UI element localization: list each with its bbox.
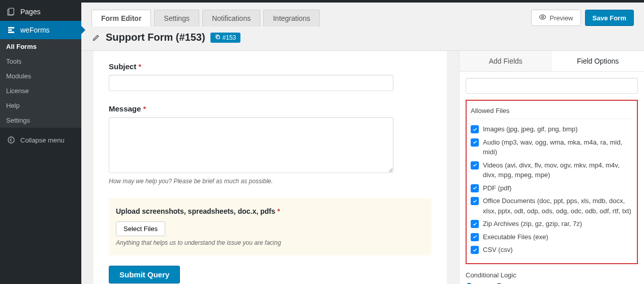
allowed-file-label: Executable Files (exe) bbox=[483, 232, 548, 242]
editor-tabs: Form EditorSettingsNotificationsIntegrat… bbox=[81, 3, 644, 26]
preview-button[interactable]: Preview bbox=[531, 10, 580, 26]
svg-rect-3 bbox=[217, 36, 220, 39]
allowed-file-row: Office Documents (doc, ppt, pps, xls, md… bbox=[471, 196, 633, 216]
preview-label: Preview bbox=[549, 14, 573, 22]
allowed-file-row: Videos (avi, divx, flv, mov, ogv, mkv, m… bbox=[471, 160, 633, 180]
allowed-file-label: PDF (pdf) bbox=[483, 183, 511, 193]
field-label: Subject * bbox=[109, 62, 432, 71]
svg-point-2 bbox=[542, 16, 544, 18]
checkbox[interactable] bbox=[471, 220, 479, 228]
checkbox[interactable] bbox=[471, 197, 479, 205]
submenu-item[interactable]: Modules bbox=[0, 69, 81, 83]
allowed-file-label: Office Documents (doc, ppt, pps, xls, md… bbox=[483, 196, 633, 216]
id-badge-text: #153 bbox=[223, 34, 236, 41]
pencil-icon[interactable] bbox=[91, 33, 101, 42]
submenu-item[interactable]: Help bbox=[0, 98, 81, 113]
tab-field-options[interactable]: Field Options bbox=[552, 51, 645, 71]
pages-icon bbox=[6, 7, 16, 17]
save-label: Save Form bbox=[593, 14, 626, 22]
page-title: Support Form (#153) bbox=[106, 32, 205, 43]
option-search-input[interactable] bbox=[466, 78, 638, 94]
collapse-menu-button[interactable]: Collapse menu bbox=[0, 131, 81, 149]
checkbox[interactable] bbox=[471, 233, 479, 241]
field-help: How may we help you? Please be brief as … bbox=[109, 178, 432, 185]
message-textarea[interactable] bbox=[109, 117, 393, 173]
allowed-file-label: Zip Archives (zip, gz, gzip, rar, 7z) bbox=[483, 219, 582, 229]
checkbox[interactable] bbox=[471, 161, 479, 169]
allowed-file-row: CSV (csv) bbox=[471, 245, 633, 255]
form-canvas: Subject * Message * How may we help you?… bbox=[81, 50, 459, 284]
editor-tab[interactable]: Integrations bbox=[263, 10, 320, 26]
editor-tab[interactable]: Form Editor bbox=[91, 10, 151, 26]
field-help: Anything that helps us to understand the… bbox=[116, 239, 424, 246]
editor-tab[interactable]: Settings bbox=[154, 10, 199, 26]
sidebar-item-weforms[interactable]: weForms bbox=[0, 21, 81, 39]
checkbox[interactable] bbox=[471, 125, 479, 133]
allowed-file-row: Audio (mp3, wav, ogg, wma, mka, m4a, ra,… bbox=[471, 137, 633, 157]
submenu-item[interactable]: All Forms bbox=[0, 39, 81, 54]
eye-icon bbox=[539, 13, 546, 22]
allowed-file-label: Videos (avi, divx, flv, mov, ogv, mkv, m… bbox=[483, 160, 633, 180]
checkbox[interactable] bbox=[471, 246, 479, 254]
select-files-button[interactable]: Select Files bbox=[116, 221, 165, 236]
sidebar-item-label: Pages bbox=[20, 8, 41, 16]
section-title: Allowed Files bbox=[471, 104, 633, 119]
sidebar-item-label: weForms bbox=[20, 26, 50, 34]
allowed-file-label: Audio (mp3, wav, ogg, wma, mka, m4a, ra,… bbox=[483, 137, 633, 157]
copy-icon bbox=[215, 34, 221, 41]
field-label: Message * bbox=[109, 104, 432, 113]
allowed-file-row: Images (jpg, jpeg, gif, png, bmp) bbox=[471, 124, 633, 134]
allowed-file-row: Zip Archives (zip, gz, gzip, rar, 7z) bbox=[471, 219, 633, 229]
svg-point-1 bbox=[8, 137, 14, 143]
checkbox[interactable] bbox=[471, 138, 479, 147]
checkbox[interactable] bbox=[471, 184, 479, 192]
weforms-icon bbox=[6, 25, 16, 35]
section-title: Conditional Logic bbox=[466, 271, 638, 279]
allowed-file-row: PDF (pdf) bbox=[471, 183, 633, 193]
collapse-icon bbox=[6, 135, 16, 145]
admin-sidebar: Pages weForms All FormsToolsModulesLicen… bbox=[0, 3, 81, 284]
submenu-item[interactable]: Tools bbox=[0, 54, 81, 69]
submit-button[interactable]: Submit Query bbox=[109, 266, 180, 283]
field-label: Upload screenshots, spreadsheets, doc.x,… bbox=[116, 207, 424, 215]
save-form-button[interactable]: Save Form bbox=[585, 10, 634, 26]
submenu-item[interactable]: License bbox=[0, 83, 81, 98]
allowed-file-label: Images (jpg, jpeg, gif, png, bmp) bbox=[483, 124, 577, 134]
subject-field[interactable]: Subject * bbox=[109, 62, 432, 91]
collapse-menu-label: Collapse menu bbox=[20, 136, 65, 144]
allowed-files-section: Allowed Files Images (jpg, jpeg, gif, pn… bbox=[466, 100, 638, 264]
submenu-item[interactable]: Settings bbox=[0, 113, 81, 128]
subject-input[interactable] bbox=[109, 75, 393, 91]
tab-add-fields[interactable]: Add Fields bbox=[459, 51, 552, 71]
message-field[interactable]: Message * How may we help you? Please be… bbox=[109, 104, 432, 185]
right-panel: Add Fields Field Options Allowed Files I… bbox=[459, 50, 644, 284]
form-title-row: Support Form (#153) #153 bbox=[81, 26, 644, 50]
sidebar-item-pages[interactable]: Pages bbox=[0, 3, 81, 21]
form-id-badge[interactable]: #153 bbox=[210, 33, 241, 43]
allowed-file-row: Executable Files (exe) bbox=[471, 232, 633, 242]
conditional-logic-section: Conditional Logic Yes No bbox=[466, 271, 638, 285]
svg-rect-0 bbox=[9, 8, 14, 15]
editor-tab[interactable]: Notifications bbox=[202, 10, 260, 26]
allowed-file-label: CSV (csv) bbox=[483, 245, 513, 255]
sidebar-submenu: All FormsToolsModulesLicenseHelpSettings bbox=[0, 39, 81, 128]
upload-field[interactable]: Upload screenshots, spreadsheets, doc.x,… bbox=[109, 198, 432, 255]
